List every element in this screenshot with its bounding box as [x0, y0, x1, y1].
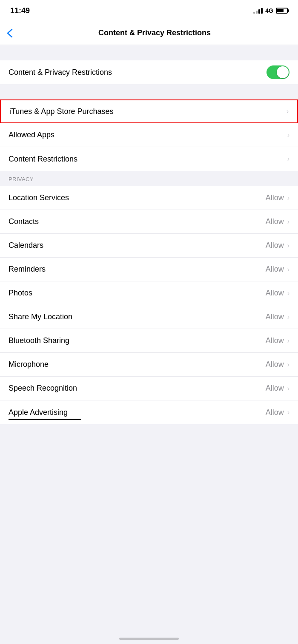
battery-icon [276, 8, 288, 14]
speech-recognition-row-right: Allow › [266, 384, 289, 393]
page-title: Content & Privacy Restrictions [18, 28, 291, 37]
status-bar: 11:49 4G [0, 0, 298, 21]
photos-chevron-icon: › [287, 289, 289, 297]
allowed-apps-chevron-icon: › [287, 131, 289, 139]
reminders-row[interactable]: Reminders Allow › [0, 258, 298, 281]
allowed-apps-row[interactable]: Allowed Apps › [0, 123, 298, 147]
reminders-chevron-icon: › [287, 266, 289, 273]
speech-recognition-row[interactable]: Speech Recognition Allow › [0, 377, 298, 400]
microphone-row[interactable]: Microphone Allow › [0, 353, 298, 377]
calendars-row[interactable]: Calendars Allow › [0, 234, 298, 258]
battery-fill [277, 9, 284, 12]
location-row-right: Allow › [266, 193, 289, 202]
contacts-label: Contacts [9, 217, 39, 226]
share-my-location-row[interactable]: Share My Location Allow › [0, 305, 298, 329]
itunes-row-right: › [285, 108, 289, 115]
home-indicator [119, 638, 179, 640]
calendars-label: Calendars [9, 241, 43, 250]
location-services-row[interactable]: Location Services Allow › [0, 186, 298, 210]
privacy-section-header: PRIVACY [0, 171, 298, 185]
speech-recognition-label: Speech Recognition [9, 384, 77, 393]
itunes-purchases-row[interactable]: iTunes & App Store Purchases › [0, 99, 298, 123]
text-underline [9, 419, 81, 420]
signal-icon [253, 8, 263, 14]
main-toggle-group: Content & Privacy Restrictions [0, 60, 298, 84]
reminders-value: Allow [266, 265, 284, 274]
microphone-value: Allow [266, 360, 284, 369]
apple-advertising-row-right: Allow › [266, 408, 289, 417]
reminders-label: Reminders [9, 265, 46, 274]
top-spacer [0, 45, 298, 60]
photos-label: Photos [9, 289, 32, 298]
status-icons: 4G [253, 7, 288, 14]
content-restrictions-chevron-icon: › [287, 155, 289, 163]
apple-advertising-value: Allow [266, 408, 284, 417]
itunes-chevron-icon: › [287, 108, 289, 115]
content-restrictions-label: Content Restrictions [9, 155, 77, 164]
contacts-chevron-icon: › [287, 218, 289, 226]
calendars-chevron-icon: › [287, 242, 289, 250]
content-restrictions-row-right: › [286, 155, 289, 163]
speech-recognition-chevron-icon: › [287, 385, 289, 392]
itunes-purchases-label: iTunes & App Store Purchases [9, 107, 113, 116]
share-my-location-row-right: Allow › [266, 312, 289, 321]
nav-bar: Content & Privacy Restrictions [0, 21, 298, 45]
microphone-chevron-icon: › [287, 361, 289, 369]
privacy-section-group: Location Services Allow › Contacts Allow… [0, 186, 298, 424]
apple-advertising-row[interactable]: Apple Advertising Allow › [0, 400, 298, 424]
share-my-location-chevron-icon: › [287, 313, 289, 321]
network-type: 4G [265, 7, 273, 14]
photos-row-right: Allow › [266, 289, 289, 298]
contacts-value: Allow [266, 217, 284, 226]
apple-advertising-label: Apple Advertising [9, 408, 68, 417]
photos-row[interactable]: Photos Allow › [0, 281, 298, 305]
bluetooth-sharing-label: Bluetooth Sharing [9, 336, 69, 345]
photos-value: Allow [266, 289, 284, 298]
status-time: 11:49 [10, 6, 30, 15]
microphone-row-right: Allow › [266, 360, 289, 369]
bluetooth-sharing-chevron-icon: › [287, 337, 289, 345]
content-privacy-toggle-row[interactable]: Content & Privacy Restrictions [0, 60, 298, 84]
content-privacy-label: Content & Privacy Restrictions [9, 68, 112, 77]
allowed-apps-label: Allowed Apps [9, 131, 54, 139]
contacts-row-right: Allow › [266, 217, 289, 226]
allowed-section-group: iTunes & App Store Purchases › Allowed A… [0, 99, 298, 171]
back-button[interactable] [7, 28, 13, 38]
calendars-row-right: Allow › [266, 241, 289, 250]
bluetooth-sharing-row-right: Allow › [266, 336, 289, 345]
content-privacy-toggle[interactable] [266, 65, 289, 79]
content-restrictions-row[interactable]: Content Restrictions › [0, 147, 298, 171]
location-value: Allow [266, 193, 284, 202]
privacy-header-text: PRIVACY [9, 176, 34, 182]
bluetooth-sharing-row[interactable]: Bluetooth Sharing Allow › [0, 329, 298, 353]
spacer-1 [0, 84, 298, 99]
reminders-row-right: Allow › [266, 265, 289, 274]
privacy-spacer: PRIVACY [0, 171, 298, 186]
bluetooth-sharing-value: Allow [266, 336, 284, 345]
location-chevron-icon: › [287, 194, 289, 202]
contacts-row[interactable]: Contacts Allow › [0, 210, 298, 234]
allowed-apps-row-right: › [286, 131, 289, 139]
share-my-location-label: Share My Location [9, 312, 72, 321]
apple-advertising-chevron-icon: › [287, 409, 289, 416]
toggle-knob [277, 66, 289, 78]
microphone-label: Microphone [9, 360, 49, 369]
speech-recognition-value: Allow [266, 384, 284, 393]
location-services-label: Location Services [9, 193, 69, 202]
share-my-location-value: Allow [266, 312, 284, 321]
calendars-value: Allow [266, 241, 284, 250]
